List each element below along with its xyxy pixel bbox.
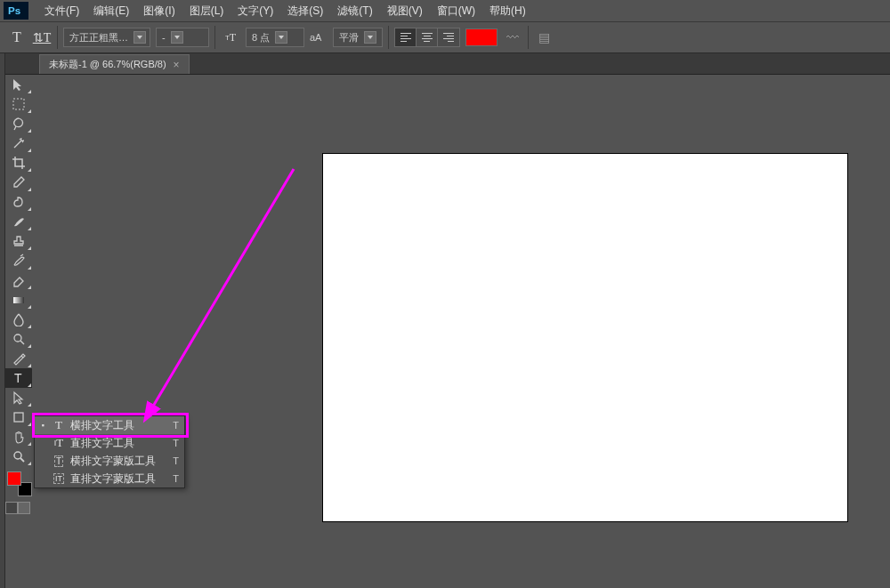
move-tool[interactable] <box>5 75 32 94</box>
shape-tool[interactable] <box>5 407 32 427</box>
path-select-tool[interactable] <box>5 388 32 407</box>
flyout-item[interactable]: IT直排文字工具T <box>35 434 184 452</box>
quick-mask-toggle[interactable] <box>5 502 32 514</box>
color-picker[interactable] <box>7 471 32 496</box>
flyout-item-icon: IT <box>53 437 65 449</box>
font-family-value: 方正正粗黑… <box>69 31 128 44</box>
healing-brush-tool[interactable] <box>5 192 32 212</box>
divider <box>528 26 529 49</box>
dodge-tool[interactable] <box>5 329 32 349</box>
toggle-panels-button[interactable]: ▤ <box>534 28 554 46</box>
flyout-item-icon: T <box>53 419 65 431</box>
document-tab-label: 未标题-1 @ 66.7%(RGB/8) <box>49 58 166 71</box>
align-center-button[interactable] <box>417 28 438 46</box>
selected-indicator: ▪ <box>38 421 47 430</box>
svg-rect-1 <box>13 99 24 109</box>
options-bar: T ⇅T 方正正粗黑… - TT 8 点 aA 平滑 〰 ▤ <box>0 21 890 53</box>
font-size-value: 8 点 <box>252 31 270 44</box>
text-align-group <box>394 28 460 47</box>
type-tool-icon: T <box>7 28 27 47</box>
ps-logo-icon: Ps <box>4 2 28 20</box>
menu-item[interactable]: 滤镜(T) <box>330 1 379 21</box>
close-tab-button[interactable]: × <box>174 59 180 71</box>
text-color-swatch[interactable] <box>465 28 498 46</box>
eraser-tool[interactable] <box>5 270 32 290</box>
antialias-value: 平滑 <box>339 31 359 44</box>
flyout-item-label: 横排文字蒙版工具 <box>70 454 161 469</box>
antialias-dropdown[interactable]: 平滑 <box>333 28 383 47</box>
menu-item[interactable]: 视图(V) <box>380 1 430 21</box>
crop-tool[interactable] <box>5 153 32 173</box>
dropdown-arrow-icon <box>171 31 183 44</box>
zoom-tool[interactable] <box>5 447 32 466</box>
flyout-item-label: 直排文字工具 <box>70 436 161 451</box>
lasso-tool[interactable] <box>5 114 32 133</box>
svg-rect-2 <box>13 297 24 303</box>
hand-tool[interactable] <box>5 427 32 447</box>
flyout-item-shortcut: T <box>166 420 179 431</box>
align-left-button[interactable] <box>395 28 417 46</box>
menu-item[interactable]: 文字(Y) <box>231 1 280 21</box>
svg-text:Ps: Ps <box>8 5 20 16</box>
svg-point-6 <box>14 452 21 459</box>
blur-tool[interactable] <box>5 310 32 329</box>
flyout-item[interactable]: ▪T横排文字工具T <box>35 416 184 434</box>
menu-item[interactable]: 帮助(H) <box>482 1 533 21</box>
menu-item[interactable]: 图层(L) <box>182 1 231 21</box>
flyout-item-shortcut: T <box>166 455 179 466</box>
toolbox: T <box>5 75 32 514</box>
history-brush-tool[interactable] <box>5 251 32 270</box>
svg-text:T: T <box>14 371 22 385</box>
menu-item[interactable]: 编辑(E) <box>86 1 136 21</box>
flyout-item-shortcut: T <box>166 473 179 484</box>
flyout-item-shortcut: T <box>166 438 179 448</box>
annotation-arrow <box>134 160 312 427</box>
svg-point-3 <box>14 334 21 342</box>
document-tab-bar: 未标题-1 @ 66.7%(RGB/8) × <box>0 53 890 75</box>
type-tool[interactable]: T <box>5 368 32 388</box>
pen-tool[interactable] <box>5 349 32 368</box>
menu-item[interactable]: 选择(S) <box>280 1 330 21</box>
menu-item[interactable]: 窗口(W) <box>430 1 482 21</box>
flyout-item-label: 横排文字工具 <box>70 418 161 433</box>
align-right-button[interactable] <box>438 28 459 46</box>
dropdown-arrow-icon <box>364 31 376 44</box>
type-tool-flyout: ▪T横排文字工具TIT直排文字工具TT横排文字蒙版工具TIT直排文字蒙版工具T <box>34 415 185 488</box>
eyedropper-tool[interactable] <box>5 173 32 192</box>
font-family-dropdown[interactable]: 方正正粗黑… <box>63 28 150 47</box>
flyout-item[interactable]: T横排文字蒙版工具T <box>35 452 184 470</box>
document-canvas[interactable] <box>323 154 847 521</box>
svg-line-7 <box>151 169 294 409</box>
gradient-tool[interactable] <box>5 290 32 310</box>
brush-tool[interactable] <box>5 212 32 231</box>
menu-item[interactable]: 图像(I) <box>136 1 182 21</box>
flyout-item[interactable]: IT直排文字蒙版工具T <box>35 470 184 487</box>
divider <box>57 26 58 49</box>
font-size-dropdown[interactable]: 8 点 <box>246 28 304 47</box>
stamp-tool[interactable] <box>5 231 32 251</box>
document-tab[interactable]: 未标题-1 @ 66.7%(RGB/8) × <box>39 54 190 74</box>
dropdown-arrow-icon <box>134 31 146 44</box>
divider <box>388 26 389 49</box>
font-style-dropdown[interactable]: - <box>156 28 209 47</box>
divider <box>214 26 215 49</box>
magic-wand-tool[interactable] <box>5 133 32 153</box>
font-style-value: - <box>162 32 166 43</box>
flyout-item-icon: T <box>53 455 65 467</box>
menu-item[interactable]: 文件(F) <box>37 1 86 21</box>
marquee-tool[interactable] <box>5 94 32 114</box>
menu-bar: Ps 文件(F)编辑(E)图像(I)图层(L)文字(Y)选择(S)滤镜(T)视图… <box>0 0 890 21</box>
flyout-item-label: 直排文字蒙版工具 <box>70 471 161 487</box>
svg-rect-5 <box>14 413 23 422</box>
flyout-item-icon: IT <box>53 472 65 485</box>
dropdown-arrow-icon <box>275 31 287 44</box>
font-size-icon: TT <box>221 28 240 47</box>
text-orientation-button[interactable]: ⇅T <box>32 28 52 47</box>
warp-text-button[interactable]: 〰 <box>503 28 522 46</box>
antialias-icon: aA <box>310 32 328 43</box>
